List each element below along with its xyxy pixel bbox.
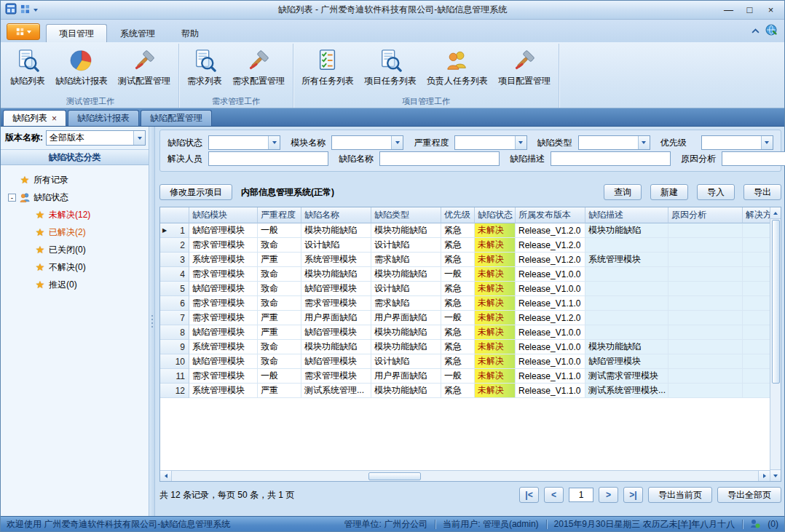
scroll-up-icon[interactable] [770,207,781,219]
vertical-scrollbar[interactable] [770,207,781,481]
horizontal-scroll-track[interactable] [172,472,758,480]
column-header[interactable]: 缺陷名称 [301,207,371,223]
ribbon-button[interactable]: 缺陷统计报表 [50,45,113,89]
scroll-down-icon[interactable] [770,469,781,481]
ribbon-button[interactable]: 测试配置管理 [113,45,175,89]
column-header[interactable]: 缺陷状态 [475,207,516,223]
horizontal-scroll-thumb[interactable] [368,472,421,480]
filter-combo-0[interactable] [208,135,280,150]
table-row[interactable]: 7需求管理模块严重用户界面缺陷用户界面缺陷一般未解决Release_V1.2.0 [160,311,770,325]
chevron-down-icon[interactable] [638,136,650,149]
ribbon-tab-0[interactable]: 项目管理 [46,24,107,42]
chevron-down-icon[interactable] [761,136,773,149]
chevron-down-icon[interactable] [268,136,280,149]
page-number-input[interactable] [569,488,593,502]
cell [668,223,743,238]
tree-item-label: 已关闭(0) [49,244,86,256]
close-button[interactable]: × [760,3,781,17]
version-select[interactable]: 全部版本 [46,130,146,146]
filter-combo-4[interactable] [701,135,773,150]
column-header[interactable]: 缺陷模块 [189,207,258,223]
ribbon-button[interactable]: 需求列表 [182,45,227,89]
maximize-button[interactable]: □ [739,3,760,17]
new-button[interactable]: 新建 [650,184,688,200]
cell: 需求管理模块 [189,296,258,311]
column-header[interactable]: 原因分析 [668,207,743,223]
doc-tab-1[interactable]: 缺陷统计报表 [68,110,139,126]
filter-input-1[interactable] [379,151,500,166]
filter-input-0[interactable] [208,151,328,166]
modify-display-button[interactable]: 修改显示项目 [159,184,232,200]
next-page-button[interactable]: > [599,487,618,503]
expand-toggle-icon[interactable]: - [8,194,16,202]
close-tab-icon[interactable]: × [52,114,57,123]
collapse-ribbon-icon[interactable] [752,26,760,36]
ribbon-button[interactable]: 项目配置管理 [493,45,556,89]
doc-tab-2[interactable]: 缺陷配置管理 [141,110,212,126]
ribbon-button[interactable]: 需求配置管理 [227,45,290,89]
export-all-pages-button[interactable]: 导出全部页 [717,487,781,503]
column-header[interactable]: 缺陷类型 [371,207,441,223]
first-page-button[interactable]: |< [519,487,539,503]
column-header[interactable]: 所属发布版本 [516,207,585,223]
column-header[interactable]: 缺陷描述 [585,207,668,223]
export-button[interactable]: 导出 [743,184,781,200]
tree-item[interactable]: -缺陷状态 [1,188,149,206]
tree-item[interactable]: ★不解决(0) [1,258,149,276]
table-row[interactable]: 11需求管理模块一般需求管理模块用户界面缺陷一般未解决Release_V1.1.… [160,369,770,384]
table-row[interactable]: 9系统管理模块致命模块功能缺陷模块功能缺陷紧急未解决Release_V1.0.0… [160,340,770,354]
table-row[interactable]: 12系统管理模块严重测试系统管理...模块功能缺陷紧急未解决Release_V1… [160,384,770,398]
filter-combo-2[interactable] [454,135,526,150]
filter-combo-1[interactable] [331,135,403,150]
application-menu-button[interactable] [7,23,40,40]
tree-item[interactable]: ★已解决(2) [1,223,149,241]
ribbon-button[interactable]: 所有任务列表 [296,45,359,89]
last-page-button[interactable]: >| [623,487,643,503]
table-row[interactable]: 8缺陷管理模块严重缺陷管理模块模块功能缺陷紧急未解决Release_V1.0.0 [160,325,770,340]
quick-access-grid-icon[interactable] [20,4,30,16]
tree-item[interactable]: ★已关闭(0) [1,241,149,258]
horizontal-scrollbar[interactable] [160,470,770,481]
chevron-down-icon[interactable] [515,136,526,149]
ribbon-button[interactable]: 缺陷列表 [5,45,50,89]
export-current-page-button[interactable]: 导出当前页 [648,487,712,503]
scroll-left-icon[interactable] [160,471,172,481]
tree-item[interactable]: ★推迟(0) [1,276,149,293]
chevron-down-icon[interactable] [391,136,403,149]
cell [668,340,743,354]
app-icon[interactable] [5,3,17,17]
ribbon-tab-2[interactable]: 帮助 [168,24,212,42]
ribbon-button[interactable]: 项目任务列表 [359,45,422,89]
quick-access-dropdown-icon[interactable] [33,9,38,12]
cell: 缺陷管理模块 [189,354,258,369]
sidebar-splitter[interactable] [149,127,155,516]
prev-page-button[interactable]: < [544,487,564,503]
scroll-right-icon[interactable] [758,471,770,481]
table-row[interactable]: 6需求管理模块致命需求管理模块需求缺陷紧急未解决Release_V1.1.0 [160,296,770,311]
minimize-button[interactable]: — [718,3,739,17]
table-row[interactable]: 10缺陷管理模块致命缺陷管理模块设计缺陷紧急未解决Release_V1.0.0缺… [160,354,770,369]
ribbon-tab-1[interactable]: 系统管理 [107,24,168,42]
table-body: ▶1缺陷管理模块一般模块功能缺陷模块功能缺陷紧急未解决Release_V1.2.… [160,223,770,398]
table-row[interactable]: 3系统管理模块严重系统管理模块需求缺陷紧急未解决Release_V1.2.0系统… [160,253,770,267]
column-header[interactable]: 解决方法 [743,207,770,223]
help-icon[interactable] [765,24,777,38]
filter-input-2[interactable] [551,151,671,166]
ribbon-button[interactable]: 负责人任务列表 [422,45,493,89]
chevron-down-icon[interactable] [133,131,145,145]
table-row[interactable]: 2需求管理模块致命设计缺陷设计缺陷紧急未解决Release_V1.2.0 [160,238,770,253]
vertical-scroll-thumb[interactable] [772,220,780,384]
filter-combo-3[interactable] [578,135,650,150]
query-button[interactable]: 查询 [604,184,642,200]
tree-item[interactable]: ★未解决(12) [1,206,149,223]
column-header[interactable]: 优先级 [441,207,475,223]
tree-item[interactable]: ★所有记录 [1,171,149,188]
doc-tab-0[interactable]: 缺陷列表× [3,110,66,126]
table-row[interactable]: 4需求管理模块致命模块功能缺陷模块功能缺陷一般未解决Release_V1.0.0 [160,267,770,282]
filter-input-3[interactable] [722,151,785,166]
table-row[interactable]: 5缺陷管理模块致命缺陷管理模块设计缺陷紧急未解决Release_V1.0.0 [160,282,770,296]
vertical-scroll-track[interactable] [770,219,781,469]
import-button[interactable]: 导入 [697,184,735,200]
table-row[interactable]: ▶1缺陷管理模块一般模块功能缺陷模块功能缺陷紧急未解决Release_V1.2.… [160,223,770,238]
column-header[interactable]: 严重程度 [258,207,301,223]
